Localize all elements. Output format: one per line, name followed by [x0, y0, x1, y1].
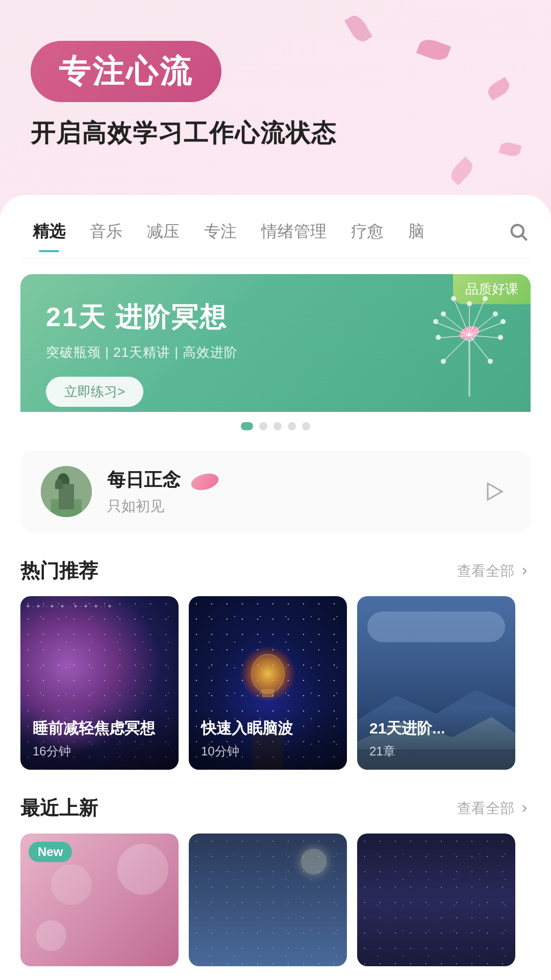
- hot-card-1[interactable]: 睡前减轻焦虑冥想 16分钟: [20, 596, 179, 770]
- hot-card-3-overlay: 21天进阶... 21章: [357, 708, 515, 770]
- search-button[interactable]: [506, 219, 531, 244]
- hot-card-1-overlay: 睡前减轻焦虑冥想 16分钟: [20, 708, 179, 770]
- new-section-header: 最近上新 查看全部: [0, 770, 551, 834]
- tab-music[interactable]: 音乐: [78, 215, 135, 248]
- banner-cta-button[interactable]: 立即练习>: [46, 377, 143, 407]
- hot-card-2-meta: 10分钟: [201, 743, 335, 760]
- banner-section[interactable]: 品质好课 21天 进阶冥想 突破瓶颈 | 21天精讲 | 高效进阶 立即练习>: [20, 274, 531, 435]
- new-card-3[interactable]: [357, 834, 515, 966]
- petal-inline-icon: [189, 471, 220, 493]
- tab-divider: [20, 258, 531, 259]
- banner-dot-5[interactable]: [302, 422, 310, 430]
- banner-pagination: [20, 422, 531, 430]
- banner-dot-1[interactable]: [241, 422, 253, 430]
- svg-line-9: [444, 335, 469, 361]
- daily-title: 每日正念: [107, 468, 181, 493]
- tab-jingxuan[interactable]: 精选: [20, 215, 78, 248]
- svg-point-24: [451, 296, 456, 301]
- svg-point-23: [483, 296, 488, 301]
- svg-line-8: [469, 335, 490, 361]
- new-card-1[interactable]: New: [20, 834, 179, 966]
- hot-recommendations-title: 热门推荐: [20, 558, 98, 584]
- daily-avatar: [41, 466, 92, 517]
- banner-dot-3[interactable]: [273, 422, 282, 430]
- svg-point-0: [512, 225, 523, 237]
- new-card-3-bg: [357, 834, 515, 966]
- banner-dot-2[interactable]: [259, 422, 267, 430]
- svg-marker-31: [488, 483, 502, 500]
- svg-line-6: [469, 315, 495, 335]
- new-badge-1: New: [29, 842, 72, 862]
- banner-content: 品质好课 21天 进阶冥想 突破瓶颈 | 21天精讲 | 高效进阶 立即练习>: [20, 274, 531, 412]
- hot-card-3-title: 21天进阶...: [369, 718, 503, 739]
- svg-point-17: [493, 311, 498, 316]
- bokeh-1: [117, 844, 168, 895]
- svg-rect-28: [61, 484, 65, 507]
- daily-subtitle: 只如初见: [107, 497, 462, 516]
- new-section-title: 最近上新: [20, 795, 98, 821]
- hot-card-3[interactable]: 21天进阶... 21章: [357, 596, 515, 770]
- dandelion-illustration: [423, 284, 515, 402]
- tab-decompression[interactable]: 减压: [135, 215, 192, 248]
- new-cards-list: New: [0, 834, 551, 966]
- svg-point-16: [467, 301, 472, 306]
- mountain-clouds: [367, 611, 505, 642]
- hot-card-2-overlay: 快速入眠脑波 10分钟: [189, 708, 347, 770]
- tab-navigation: 精选 音乐 减压 专注 情绪管理 疗愈 脑: [0, 195, 551, 248]
- stars-new-3: [357, 834, 515, 966]
- bokeh-3: [51, 864, 92, 905]
- main-card: 精选 音乐 减压 专注 情绪管理 疗愈 脑 品质好课 21天 进阶冥想 突破瓶颈…: [0, 195, 551, 980]
- hot-card-2[interactable]: 快速入眠脑波 10分钟: [189, 596, 347, 770]
- daily-info: 每日正念 只如初见: [107, 468, 462, 516]
- new-section-more[interactable]: 查看全部: [457, 799, 531, 818]
- tab-focus[interactable]: 专注: [192, 215, 249, 248]
- hot-cards-list: 睡前减轻焦虑冥想 16分钟: [0, 596, 551, 770]
- header-section: 专注心流 开启高效学习工作心流状态: [0, 0, 551, 169]
- hot-card-2-title: 快速入眠脑波: [201, 718, 335, 739]
- hot-recommendations-more[interactable]: 查看全部: [457, 561, 531, 581]
- focus-flow-badge: 专注心流: [31, 41, 221, 102]
- new-card-2-bg: [189, 834, 347, 966]
- svg-point-25: [500, 319, 506, 324]
- new-card-2[interactable]: [189, 834, 347, 966]
- hot-recommendations-header: 热门推荐 查看全部: [0, 532, 551, 596]
- svg-rect-30: [51, 499, 82, 517]
- svg-point-22: [441, 311, 446, 316]
- bokeh-2: [36, 920, 66, 951]
- play-button[interactable]: [478, 475, 510, 508]
- banner-dot-4[interactable]: [288, 422, 296, 430]
- svg-point-19: [488, 359, 493, 364]
- daily-mindfulness-card[interactable]: 每日正念 只如初见: [20, 451, 531, 532]
- svg-point-33: [252, 654, 284, 693]
- hot-card-1-meta: 16分钟: [33, 743, 166, 760]
- header-subtitle: 开启高效学习工作心流状态: [31, 117, 520, 149]
- lightbulb-svg: [237, 638, 298, 720]
- hot-card-3-meta: 21章: [369, 743, 503, 760]
- new-section: 最近上新 查看全部 New: [0, 770, 551, 980]
- svg-line-11: [444, 315, 469, 335]
- svg-point-21: [436, 335, 441, 340]
- tab-brain[interactable]: 脑: [396, 215, 437, 248]
- tab-healing[interactable]: 疗愈: [339, 215, 396, 248]
- svg-point-29: [57, 473, 69, 489]
- svg-point-18: [498, 335, 503, 340]
- hot-card-1-title: 睡前减轻焦虑冥想: [33, 718, 166, 739]
- svg-point-26: [433, 319, 438, 324]
- svg-line-1: [522, 236, 527, 240]
- tab-emotion[interactable]: 情绪管理: [249, 215, 339, 248]
- svg-point-20: [441, 359, 446, 364]
